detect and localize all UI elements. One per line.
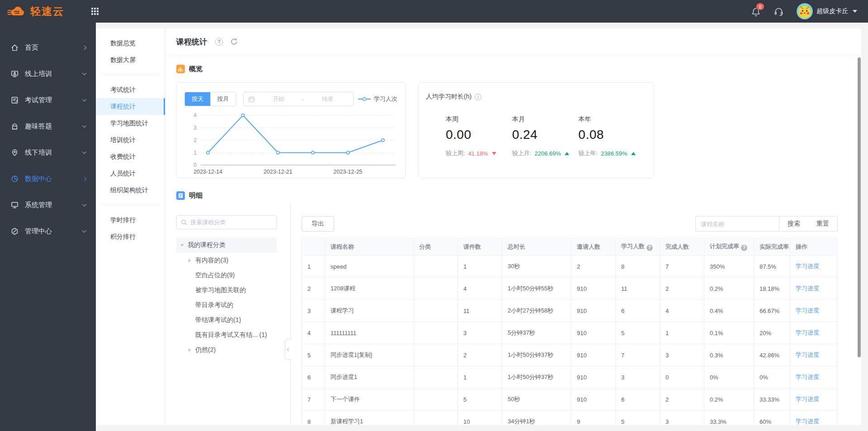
screen: 轻速云 8 (0, 0, 868, 431)
svg-text:4: 4 (193, 112, 197, 118)
tree-item[interactable]: 带目录考试的 (176, 298, 277, 313)
sidebar-item[interactable]: 首页 (0, 34, 96, 61)
learning-progress-link[interactable]: 学习进度 (796, 351, 819, 358)
tree-item[interactable]: 被学习地图关联的 (176, 283, 277, 298)
overview-cards: 按天 按月 开始 - 结束 学习人次 (176, 82, 861, 178)
cell-plan-rate: 0.2% (704, 278, 754, 300)
cell-plan-rate: 0.1% (704, 322, 754, 344)
course-name-input[interactable] (695, 216, 779, 232)
tree-item[interactable]: 仍然(2) (176, 342, 277, 357)
tree-item[interactable]: 空白占位的(9) (176, 268, 277, 283)
subnav-item-label: 学习地图统计 (110, 119, 148, 128)
sidebar-item[interactable]: 管理中心 (0, 218, 96, 244)
table-row: 2 1208课程 4 1小时50分钟55秒 910 11 2 0.2% 18.1… (302, 278, 837, 300)
cell-completed: 2 (660, 278, 704, 300)
cell-learners: 8 (616, 256, 660, 278)
sidebar-item[interactable]: 趣味答题 (0, 113, 96, 139)
svg-text:1: 1 (193, 150, 197, 156)
learning-progress-link[interactable]: 学习进度 (796, 374, 819, 380)
sidebar-item[interactable]: 系统管理 (0, 192, 96, 218)
granularity-tab[interactable]: 按月 (210, 92, 236, 106)
export-button[interactable]: 导出 (302, 216, 334, 232)
cell-action: 学习进度 (790, 256, 837, 278)
cell-actual-rate: 0% (754, 366, 790, 388)
stat-value: 0.24 (512, 128, 579, 142)
tree-root-node[interactable]: 我的课程分类 (176, 237, 277, 253)
subnav-divider[interactable] (102, 75, 159, 75)
sidebar-item-icon (10, 95, 19, 104)
learning-progress-link[interactable]: 学习进度 (796, 307, 819, 314)
apps-grid-icon[interactable] (91, 8, 99, 15)
sidebar-item[interactable]: 考试管理 (0, 87, 96, 113)
subnav-divider[interactable] (102, 205, 159, 205)
subnav-item[interactable]: 培训统计 (96, 132, 165, 148)
svg-text:2023-12-14: 2023-12-14 (193, 169, 222, 175)
notification-bell[interactable]: 8 (751, 6, 761, 16)
subnav-item-label: 收费统计 (110, 153, 136, 161)
tree-item[interactable]: 既有目录考试又有结... (1) (176, 327, 277, 342)
tree-item[interactable]: 带结课考试的(1) (176, 313, 277, 327)
cell-index: 4 (302, 322, 325, 344)
cell-category (414, 278, 458, 300)
tree-search-input[interactable] (190, 219, 272, 226)
subnav-item[interactable]: 学习地图统计 (96, 115, 165, 132)
vertical-scrollbar[interactable] (858, 57, 861, 357)
learning-progress-link[interactable]: 学习进度 (796, 329, 819, 336)
subnav-item[interactable]: 数据总览 (96, 35, 165, 52)
sidebar-item[interactable]: 线上培训 (0, 61, 96, 87)
search-button[interactable]: 搜索 (779, 217, 808, 231)
sidebar-item[interactable]: 数据中心 (0, 166, 96, 192)
subnav-item[interactable]: 人员统计 (96, 165, 165, 182)
cell-total-duration: 5分钟37秒 (502, 322, 571, 344)
cell-actual-rate: 66.67% (754, 300, 790, 322)
subnav-item[interactable]: 课程统计 (96, 98, 165, 115)
sidebar-item-label: 管理中心 (25, 227, 52, 236)
granularity-tab[interactable]: 按天 (185, 92, 210, 106)
tree-children: 有内容的(3) 空白占位的(9) 被学习地图关联的 (176, 253, 277, 357)
chevron-icon (82, 202, 87, 207)
column-help-icon[interactable]: ? (646, 245, 653, 251)
tree-item[interactable]: 有内容的(3) (176, 253, 277, 268)
cell-category (414, 256, 458, 278)
cloud-logo-icon (7, 5, 26, 18)
help-icon[interactable]: ? (215, 38, 223, 46)
sidebar-item-icon (10, 174, 19, 183)
stat-delta-arrow-icon (492, 152, 496, 155)
learning-progress-link[interactable]: 学习进度 (796, 263, 819, 270)
subnav-item[interactable]: 收费统计 (96, 148, 165, 165)
learning-progress-link[interactable]: 学习进度 (796, 418, 819, 425)
reset-button[interactable]: 重置 (808, 217, 837, 231)
chevron-icon (82, 45, 87, 50)
subnav-item[interactable]: 学时排行 (96, 212, 165, 228)
subnav-item-label: 数据大屏 (110, 56, 136, 64)
table-toolbar: 导出 搜索 重置 (302, 216, 838, 232)
secondary-sidebar: 数据总览 数据大屏 考试统计 课程统计 学习地图统计 培训统计 (96, 28, 165, 425)
category-tree: 我的课程分类 有内容的(3) 空白占位的(9) (176, 237, 277, 357)
sidebar-item[interactable]: 线下培训 (0, 139, 96, 166)
column-header: 计划完成率? (704, 238, 754, 256)
table-row: 8 新课程学习1 10 34分钟1秒 9 5 3 33.3% 60% 学习进度 (302, 411, 837, 426)
course-stats-table: ? 课程名称? 分类? 课件数? 总时长? 邀请人数? (302, 238, 837, 425)
refresh-icon[interactable] (230, 38, 238, 46)
info-icon[interactable]: i (475, 94, 481, 100)
user-menu[interactable]: 超级皮卡丘 (797, 3, 857, 19)
course-filter: 搜索 重置 (695, 216, 838, 232)
cell-invited: 910 (571, 366, 616, 388)
date-range-picker[interactable]: 开始 - 结束 (243, 92, 354, 106)
app-logo[interactable]: 轻速云 (0, 5, 84, 19)
subnav-item[interactable]: 数据大屏 (96, 52, 165, 68)
legend-marker-icon (358, 97, 371, 101)
subnav-item[interactable]: 积分排行 (96, 228, 165, 245)
support-headset[interactable] (774, 6, 784, 17)
subnav-item[interactable]: 考试统计 (96, 81, 165, 98)
column-help-icon[interactable]: ? (741, 245, 747, 251)
tree-item-label: 既有目录考试又有结... (1) (195, 331, 267, 339)
learning-progress-link[interactable]: 学习进度 (796, 396, 819, 403)
subnav-item[interactable]: 组织架构统计 (96, 182, 165, 199)
cell-total-duration: 30秒 (502, 256, 571, 278)
tree-item-label: 有内容的(3) (195, 256, 228, 265)
tree-collapse-handle[interactable] (285, 339, 291, 360)
sidebar-item-icon (10, 69, 19, 78)
learning-progress-link[interactable]: 学习进度 (796, 285, 819, 292)
cell-actual-rate: 18.18% (754, 278, 790, 300)
